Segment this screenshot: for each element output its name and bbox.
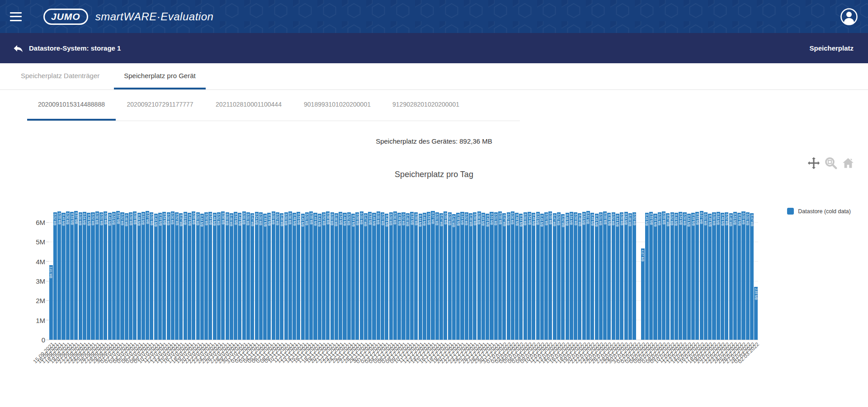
bar-04.01.2022[interactable]: 6,48 MB [515, 213, 519, 340]
bar-12.01.2022[interactable]: 6,55 MB [548, 211, 552, 340]
bar-18.12.2021[interactable]: 6,55 MB [443, 211, 447, 340]
bar-03.02.2022[interactable]: 4,67 MB [641, 248, 645, 340]
bar-09.02.2022[interactable]: 6,47 MB [666, 213, 670, 340]
bar-27.02.2022[interactable]: 6,55 MB [741, 211, 745, 340]
bar-12.02.2022[interactable]: 6,54 MB [679, 212, 682, 340]
bar-17.10.2021[interactable]: 6,53 MB [184, 212, 187, 340]
pan-icon[interactable] [807, 154, 821, 172]
bar-23.11.2021[interactable]: 6,54 MB [339, 212, 342, 340]
bar-19.01.2022[interactable]: 6,46 MB [578, 213, 581, 340]
bar-21.12.2021[interactable]: 6,48 MB [456, 213, 460, 340]
bar-18.02.2022[interactable]: 6,51 MB [704, 212, 708, 340]
bar-24.01.2022[interactable]: 6,51 MB [599, 212, 603, 340]
bar-04.12.2021[interactable]: 6,45 MB [385, 214, 388, 340]
bar-18.09.2021[interactable]: 6,49 MB [61, 213, 65, 340]
bar-11.02.2022[interactable]: 6,48 MB [675, 213, 678, 340]
bar-06.10.2021[interactable]: 6,48 MB [137, 213, 141, 340]
bar-24.11.2021[interactable]: 6,48 MB [343, 213, 346, 340]
bar-06.02.2022[interactable]: 6,45 MB [653, 214, 657, 340]
device-tab-5[interactable]: 9129028201020200001 [382, 90, 470, 121]
bar-22.11.2021[interactable]: 6,46 MB [335, 213, 338, 340]
bar-29.09.2021[interactable]: 6,49 MB [108, 213, 112, 340]
bar-24.09.2021[interactable]: 6,48 MB [87, 213, 90, 340]
bar-28.01.2022[interactable]: 6,44 MB [616, 214, 619, 340]
bar-08.01.2022[interactable]: 6,49 MB [532, 213, 535, 340]
bar-22.01.2022[interactable]: 6,49 MB [590, 213, 594, 340]
bar-18.01.2022[interactable]: 6,50 MB [574, 212, 577, 340]
bar-07.10.2021[interactable]: 6,53 MB [142, 212, 145, 340]
bar-19.09.2021[interactable]: 6,56 MB [66, 211, 70, 340]
bar-26.12.2021[interactable]: 6,56 MB [477, 211, 481, 340]
bar-13.02.2022[interactable]: 6,50 MB [683, 212, 686, 340]
bar-14.02.2022[interactable]: 6,44 MB [687, 214, 691, 340]
bar-06.12.2021[interactable]: 6,56 MB [393, 211, 397, 340]
bar-13.01.2022[interactable]: 6,47 MB [553, 213, 557, 340]
bar-08.11.2021[interactable]: 6,52 MB [276, 212, 279, 340]
home-icon[interactable] [841, 154, 855, 172]
bar-20.01.2022[interactable]: 6,53 MB [582, 212, 586, 340]
bar-19.12.2021[interactable]: 6,50 MB [448, 212, 452, 340]
bar-22.02.2022[interactable]: 6,48 MB [721, 213, 724, 340]
bar-04.10.2021[interactable]: 6,50 MB [129, 212, 132, 340]
bar-09.10.2021[interactable]: 6,51 MB [150, 212, 153, 340]
bar-24.10.2021[interactable]: 6,48 MB [213, 213, 217, 340]
bar-17.01.2022[interactable]: 6,54 MB [570, 212, 573, 340]
bar-10.10.2021[interactable]: 6,45 MB [154, 214, 158, 340]
bar-10.01.2022[interactable]: 6,45 MB [540, 214, 544, 340]
bar-12.10.2021[interactable]: 6,54 MB [162, 212, 166, 340]
back-icon[interactable] [13, 43, 24, 54]
bar-25.12.2021[interactable]: 6,50 MB [473, 212, 476, 340]
bar-22.09.2021[interactable]: 6,50 MB [79, 212, 82, 340]
bar-30.01.2022[interactable]: 6,54 MB [624, 212, 628, 340]
bar-21.02.2022[interactable]: 6,54 MB [717, 212, 720, 340]
bar-01.02.2022[interactable]: 6,52 MB [632, 212, 636, 340]
bar-17.11.2021[interactable]: 6,49 MB [313, 213, 317, 340]
bar-21.11.2021[interactable]: 6,50 MB [330, 212, 334, 340]
bar-03.10.2021[interactable]: 6,46 MB [125, 213, 128, 340]
bar-20.12.2021[interactable]: 6,42 MB [452, 214, 456, 340]
bar-08.12.2021[interactable]: 6,52 MB [401, 212, 405, 340]
device-tab-1[interactable]: 2020091015314488888 [27, 90, 116, 121]
bar-13.10.2021[interactable]: 6,50 MB [167, 212, 170, 340]
bar-19.11.2021[interactable]: 6,52 MB [322, 212, 326, 340]
bar-16.11.2021[interactable]: 6,55 MB [309, 211, 313, 340]
bar-14.12.2021[interactable]: 6,53 MB [427, 212, 430, 340]
bar-17.02.2022[interactable]: 6,57 MB [700, 211, 703, 340]
bar-19.02.2022[interactable]: 6,45 MB [708, 214, 712, 340]
bar-12.11.2021[interactable]: 6,48 MB [292, 213, 296, 340]
bar-16.01.2022[interactable]: 6,48 MB [566, 213, 569, 340]
menu-icon[interactable] [10, 12, 22, 21]
bar-31.12.2021[interactable]: 6,55 MB [498, 211, 502, 340]
bar-15.10.2021[interactable]: 6,52 MB [175, 212, 179, 340]
bar-23.10.2021[interactable]: 6,54 MB [208, 212, 212, 340]
zoom-box-icon[interactable] [824, 154, 838, 172]
bar-07.01.2022[interactable]: 6,54 MB [528, 212, 531, 340]
bar-15.01.2022[interactable]: 6,42 MB [561, 214, 565, 340]
bar-22.10.2021[interactable]: 6,50 MB [204, 212, 208, 340]
bar-10.12.2021[interactable]: 6,54 MB [410, 212, 414, 340]
bar-20.02.2022[interactable]: 6,50 MB [712, 212, 716, 340]
tab-speicherplatz-pro-geraet[interactable]: Speicherplatz pro Gerät [114, 63, 205, 89]
bar-21.01.2022[interactable]: 6,57 MB [586, 211, 590, 340]
bar-02.12.2021[interactable]: 6,55 MB [377, 211, 380, 340]
bar-09.11.2021[interactable]: 6,46 MB [280, 213, 283, 340]
bar-03.01.2022[interactable]: 6,56 MB [511, 211, 514, 340]
bar-11.01.2022[interactable]: 6,51 MB [544, 212, 548, 340]
bar-23.02.2022[interactable]: 6,52 MB [725, 212, 728, 340]
bar-27.11.2021[interactable]: 6,50 MB [355, 212, 359, 340]
bar-16.02.2022[interactable]: 6,53 MB [695, 212, 699, 340]
bar-11.10.2021[interactable]: 6,49 MB [158, 213, 162, 340]
bar-07.12.2021[interactable]: 6,48 MB [397, 213, 401, 340]
bar-26.11.2021[interactable]: 6,44 MB [351, 214, 355, 340]
tab-speicherplatz-datentraeger[interactable]: Speicherplatz Datenträger [11, 63, 109, 89]
bar-16.09.2021[interactable]: 6,52 MB [53, 212, 57, 340]
bar-10.02.2022[interactable]: 6,52 MB [670, 212, 674, 340]
user-avatar-icon[interactable] [840, 8, 858, 26]
bar-04.02.2022[interactable]: 6,49 MB [645, 213, 649, 340]
bar-29.10.2021[interactable]: 6,53 MB [234, 212, 237, 340]
bar-02.11.2021[interactable]: 6,47 MB [250, 213, 254, 340]
bar-30.10.2021[interactable]: 6,49 MB [238, 213, 241, 340]
bar-28.12.2021[interactable]: 6,45 MB [486, 214, 489, 340]
bar-01.10.2021[interactable]: 6,57 MB [116, 211, 120, 340]
bar-03.12.2021[interactable]: 6,51 MB [381, 212, 384, 340]
